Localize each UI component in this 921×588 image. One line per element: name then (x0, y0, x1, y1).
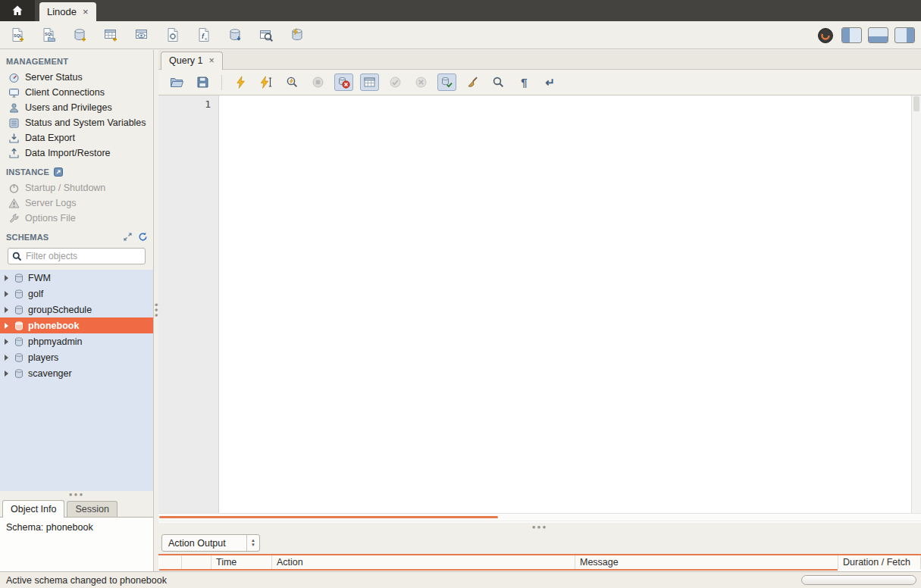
data-export-icon (8, 133, 20, 144)
left-panel-fill-icon (842, 28, 850, 42)
close-icon[interactable]: × (83, 6, 89, 17)
object-info-panel: Schema: phonebook (0, 517, 153, 571)
sidebar-item-server-status[interactable]: Server Status (0, 70, 153, 85)
hscroll-thumb[interactable] (159, 516, 498, 518)
system-variables-icon (8, 117, 20, 129)
tab-session[interactable]: Session (67, 501, 117, 517)
schema-icon (14, 321, 24, 331)
search-icon (12, 252, 22, 261)
expand-arrow-icon[interactable] (5, 371, 8, 377)
schema-row-players[interactable]: players (0, 349, 153, 365)
schema-row-golf[interactable]: golf (0, 286, 153, 302)
search-table-data-button[interactable] (256, 25, 276, 45)
management-title: MANAGEMENT (6, 57, 68, 66)
sidebar-item-server-logs[interactable]: Server Logs (0, 195, 153, 211)
schema-row-phpmyadmin[interactable]: phpmyadmin (0, 333, 153, 349)
create-procedure-button[interactable] (163, 25, 183, 45)
tab-query-1[interactable]: Query 1 × (161, 52, 223, 70)
sidebar-item-options-file[interactable]: Options File (0, 211, 153, 226)
expand-arrow-icon[interactable] (5, 339, 8, 345)
sidebar-item-data-export[interactable]: Data Export (0, 130, 153, 145)
sidebar-panel-splitter[interactable]: ●●● (0, 491, 153, 498)
explain-button[interactable] (283, 74, 302, 91)
connection-tabstrip: Linode × (0, 0, 921, 21)
create-table-button[interactable] (101, 25, 121, 45)
sidebar-item-users-privileges[interactable]: Users and Privileges (0, 100, 153, 115)
sidebar-item-system-variables[interactable]: Status and System Variables (0, 115, 153, 130)
toggle-left-panel-button[interactable] (841, 27, 862, 43)
toggle-wrap-button[interactable]: ↵ (540, 74, 559, 91)
startup-shutdown-icon (8, 183, 20, 194)
commit-button[interactable] (386, 74, 405, 91)
output-selector[interactable]: Action Output ▲▼ (161, 534, 260, 552)
open-script-button[interactable] (168, 74, 186, 91)
schema-name: phonebook (28, 321, 79, 331)
column-header-action[interactable]: Action (272, 555, 575, 569)
expand-schemas-icon[interactable] (123, 232, 133, 242)
home-tab[interactable] (0, 0, 35, 21)
column-header-time[interactable]: Time (211, 555, 272, 569)
reconnect-dbms-button[interactable] (287, 25, 307, 45)
schemas-title: SCHEMAS (6, 233, 49, 242)
dump-database-button[interactable] (225, 25, 245, 45)
tab-object-info[interactable]: Object Info (2, 500, 64, 518)
sidebar-item-client-connections[interactable]: Client Connections (0, 85, 153, 100)
create-schema-button[interactable] (70, 25, 89, 45)
create-view-button[interactable] (132, 25, 152, 45)
column-header-index[interactable] (182, 555, 211, 569)
column-header-duration[interactable]: Duration / Fetch (838, 555, 921, 569)
rollback-button[interactable] (412, 74, 431, 91)
column-header-icon[interactable] (158, 555, 182, 569)
open-sql-script-button[interactable]: SQL (39, 25, 58, 45)
toggle-stop-on-error-button[interactable] (334, 74, 353, 91)
connection-tab[interactable]: Linode × (39, 2, 96, 21)
schema-list: FWM golf groupSchedule phonebook phpmyad… (0, 270, 153, 491)
vscroll-thumb[interactable] (913, 96, 919, 111)
execute-button[interactable] (231, 74, 250, 91)
new-query-tab-button[interactable]: SQL (8, 25, 27, 45)
show-invisibles-button[interactable]: ¶ (515, 74, 534, 91)
close-icon[interactable]: × (208, 55, 214, 66)
stop-button[interactable] (309, 74, 327, 91)
sidebar-item-label: Users and Privileges (25, 102, 112, 113)
toolbar-right-cluster (816, 21, 915, 49)
expand-arrow-icon[interactable] (5, 291, 8, 297)
execute-current-button[interactable] (257, 74, 276, 91)
sidebar-item-startup-shutdown[interactable]: Startup / Shutdown (0, 180, 153, 195)
schema-icon (14, 368, 24, 379)
create-function-button[interactable]: fx (194, 25, 214, 45)
column-header-message[interactable]: Message (575, 555, 838, 569)
expand-arrow-icon[interactable] (5, 307, 8, 313)
sidebar-item-data-import[interactable]: Data Import/Restore (0, 145, 153, 161)
expand-arrow-icon[interactable] (5, 323, 8, 329)
schema-icon (14, 305, 24, 315)
schema-row-groupschedule[interactable]: groupSchedule (0, 302, 153, 317)
sidebar-item-label: Startup / Shutdown (25, 183, 105, 193)
schema-row-phonebook[interactable]: phonebook (0, 317, 153, 333)
output-scroll-thumb[interactable] (159, 569, 838, 571)
schema-filter-input[interactable] (26, 251, 141, 261)
toggle-bottom-panel-button[interactable] (868, 27, 888, 43)
beautify-button[interactable] (463, 74, 482, 91)
schema-name: players (28, 352, 58, 363)
home-icon (11, 5, 23, 17)
schema-row-fwm[interactable]: FWM (0, 270, 153, 286)
instance-badge-icon (54, 167, 63, 177)
toggle-right-panel-button[interactable] (894, 27, 915, 43)
schema-row-scavenger[interactable]: scavenger (0, 365, 153, 381)
editor-horizontal-scrollbar[interactable] (158, 513, 921, 523)
refresh-schemas-icon[interactable] (138, 232, 148, 242)
editor-text-area[interactable] (219, 95, 911, 513)
selector-stepper-icon[interactable]: ▲▼ (246, 535, 259, 551)
connection-tab-label: Linode (47, 6, 77, 17)
find-button[interactable] (489, 74, 508, 91)
expand-arrow-icon[interactable] (5, 275, 8, 281)
expand-arrow-icon[interactable] (5, 355, 8, 361)
limit-rows-button[interactable] (360, 74, 379, 91)
output-grid-header: Time Action Message Duration / Fetch (158, 554, 921, 569)
editor-vertical-scrollbar[interactable] (911, 95, 921, 513)
svg-text:x: x (205, 36, 207, 41)
toggle-autocommit-button[interactable] (437, 74, 456, 91)
editor-output-splitter[interactable]: ●●● (158, 523, 921, 532)
save-script-button[interactable] (193, 74, 212, 91)
